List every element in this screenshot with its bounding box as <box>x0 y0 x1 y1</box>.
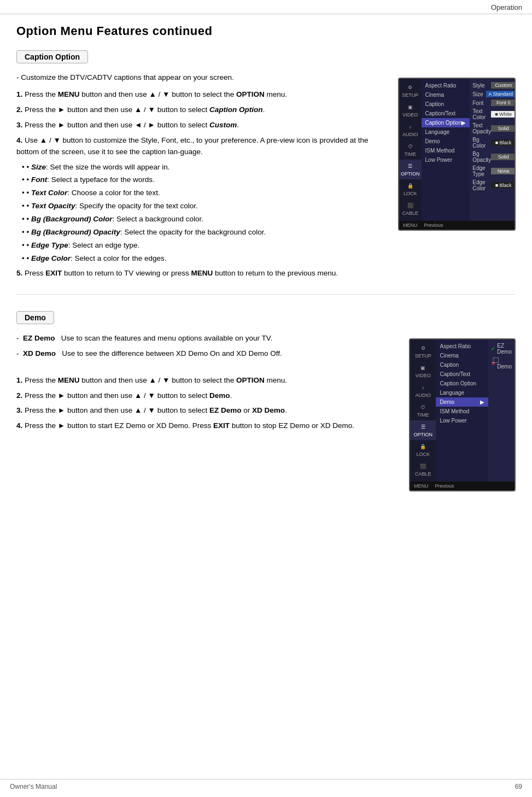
header-label: Operation <box>491 3 522 11</box>
time-icon: ⏱ <box>405 143 415 150</box>
bullet-bg-color: • Bg (Background) Color: Select a backgr… <box>22 214 388 225</box>
demo-mid-demo: Demo ▶ <box>436 397 488 407</box>
mid-demo: Demo <box>422 137 470 146</box>
demo-audio-icon: ♪ <box>418 384 428 391</box>
demo-cable-icon: ⬛ <box>418 462 428 470</box>
right-font: Font Font 0 <box>470 98 516 107</box>
mid-cinema: Cinema <box>422 90 470 99</box>
demo-step4: 4. Press the ► button to start EZ Demo o… <box>16 420 399 432</box>
mid-caption-text: Caption/Text <box>422 109 470 118</box>
xd-demo-bullet: - XD Demo Use to see the difference betw… <box>16 348 399 360</box>
demo-nav-video: ▣ VIDEO <box>410 361 436 381</box>
mid-caption-option: Caption Option ▶ <box>422 118 470 127</box>
demo-option-icon: ☰ <box>418 423 428 431</box>
mid-ism-method: ISM Method <box>422 146 470 155</box>
demo-tv-footer: MENU Previous <box>410 482 515 490</box>
caption-tv-screenshot: ⚙ SETUP ▣ VIDEO ♪ AUDIO <box>398 78 516 283</box>
right-edge-color: Edge Color ■ Black <box>470 178 516 192</box>
demo-mid-cinema: Cinema <box>436 351 488 360</box>
demo-mid-caption-option: Caption Option <box>436 379 488 388</box>
right-bg-color: Bg Color ■ Black <box>470 136 516 150</box>
demo-nav-setup: ⚙ SETUP <box>410 342 436 361</box>
caption-step4: 4. Use ▲ / ▼ button to customize the Sty… <box>16 135 388 158</box>
caption-section: Caption Option - Customize the DTV/CADTV… <box>16 50 516 283</box>
mid-low-power: Low Power <box>422 155 470 165</box>
bullet-bg-opacity: • Bg (Background) Opacity: Select the op… <box>22 227 388 238</box>
demo-mid-caption-text: Caption/Text <box>436 370 488 379</box>
demo-lock-icon: 🔒 <box>418 443 428 450</box>
footer-right: 69 <box>515 783 522 790</box>
mid-caption: Caption <box>422 99 470 109</box>
demo-tv-menu: ⚙ SETUP ▣ VIDEO ♪ AUDIO <box>409 338 516 491</box>
caption-step1: 1. Press the MENU button and then use ▲ … <box>16 89 388 101</box>
demo-mid-caption: Caption <box>436 360 488 370</box>
tv-nav-option: ☰ OPTION <box>399 160 422 179</box>
demo-step3: 3. Press the ► button and then use ▲ / ▼… <box>16 405 399 417</box>
demo-setup-icon: ⚙ <box>418 344 428 352</box>
tv-nav-lock: 🔒 LOCK <box>399 179 422 199</box>
caption-badge: Caption Option <box>16 50 88 63</box>
demo-step1: 1. Press the MENU button and then use ▲ … <box>16 375 399 386</box>
demo-mid-col: Aspect Ratio Cinema Caption Caption/Text… <box>436 339 488 482</box>
tv-nav-audio: ♪ AUDIO <box>399 120 422 140</box>
caption-step3: 3. Press the ► button and then use ◄ / ►… <box>16 120 388 131</box>
video-icon: ▣ <box>405 103 415 111</box>
tv-nav-cable: ⬛ CABLE <box>399 199 422 219</box>
bullet-text-opacity: • Text Opacity: Specify the opacity for … <box>22 201 388 212</box>
tv-nav-setup: ⚙ SETUP <box>399 81 422 101</box>
tv-menu-footer: MENU Previous <box>399 221 515 230</box>
page-title: Option Menu Features continued <box>16 24 516 38</box>
demo-badge: Demo <box>16 311 54 324</box>
lock-icon: 🔒 <box>405 182 415 190</box>
demo-right-ez: ✓ EZ Demo <box>488 342 515 356</box>
right-edge-type: Edge Type None <box>470 164 516 178</box>
caption-bullets: • Size: Set the size the words will appe… <box>22 162 388 265</box>
page-header: Operation <box>0 0 532 14</box>
right-text-opacity: Text Opacity Solid <box>470 121 516 136</box>
ez-demo-bullet: - EZ Demo Use to scan the features and m… <box>16 333 399 344</box>
tv-mid-col: Aspect Ratio Cinema Caption Caption/Text… <box>422 79 470 221</box>
caption-text: - Customize the DTV/CADTV captions that … <box>16 72 388 283</box>
tv-nav-time: ⏱ TIME <box>399 140 422 160</box>
demo-text: - EZ Demo Use to scan the features and m… <box>16 333 399 491</box>
caption-step2: 2. Press the ► button and then use ▲ / ▼… <box>16 104 388 116</box>
tv-right-col: Style Custom Size A Standard Font Font 0 <box>470 79 516 221</box>
right-style: Style Custom <box>470 81 516 90</box>
demo-mid-ism: ISM Method <box>436 407 488 416</box>
setup-icon: ⚙ <box>405 84 415 91</box>
bullet-size: • Size: Set the size the words will appe… <box>22 162 388 173</box>
tv-nav-col: ⚙ SETUP ▣ VIDEO ♪ AUDIO <box>399 79 422 221</box>
demo-video-icon: ▣ <box>418 364 428 372</box>
bullet-font: • Font: Select a typeface for the words. <box>22 174 388 186</box>
demo-nav-lock: 🔒 LOCK <box>410 440 436 460</box>
right-text-color: Text Color ■ White <box>470 107 516 121</box>
demo-right-xd: ✕ ⃞ Demo <box>488 356 515 371</box>
right-bg-opacity: Bg Opacity Solid <box>470 150 516 164</box>
caption-tv-menu: ⚙ SETUP ▣ VIDEO ♪ AUDIO <box>398 78 516 231</box>
demo-step2: 2. Press the ► button and then use ▲ / ▼… <box>16 390 399 402</box>
demo-nav-option: ☰ OPTION <box>410 420 436 440</box>
bullet-edge-color: • Edge Color: Select a color for the edg… <box>22 253 388 265</box>
page-footer: Owner's Manual 69 <box>0 779 532 790</box>
caption-step5: 5. Press EXIT button to return to TV vie… <box>16 268 388 279</box>
right-size: Size A Standard <box>470 90 516 98</box>
caption-intro: - Customize the DTV/CADTV captions that … <box>16 72 388 84</box>
mid-language: Language <box>422 127 470 137</box>
bullet-edge-type: • Edge Type: Select an edge type. <box>22 240 388 251</box>
demo-mid-low-power: Low Power <box>436 416 488 425</box>
demo-mid-aspect: Aspect Ratio <box>436 342 488 351</box>
demo-tv-screenshot: ⚙ SETUP ▣ VIDEO ♪ AUDIO <box>409 338 516 491</box>
option-icon: ☰ <box>405 162 415 170</box>
demo-nav-time: ⏱ TIME <box>410 401 436 420</box>
demo-time-icon: ⏱ <box>418 403 428 411</box>
audio-icon: ♪ <box>405 123 415 131</box>
demo-nav-cable: ⬛ CABLE <box>410 460 436 479</box>
demo-section: Demo - EZ Demo Use to scan the features … <box>16 311 516 491</box>
demo-tv-nav-col: ⚙ SETUP ▣ VIDEO ♪ AUDIO <box>410 339 436 482</box>
tv-nav-video: ▣ VIDEO <box>399 101 422 120</box>
footer-left: Owner's Manual <box>10 783 57 790</box>
demo-mid-language: Language <box>436 388 488 397</box>
bullet-text-color: • Text Color: Choose a color for the tex… <box>22 187 388 199</box>
mid-aspect-ratio: Aspect Ratio <box>422 81 470 90</box>
section-divider <box>16 294 516 295</box>
